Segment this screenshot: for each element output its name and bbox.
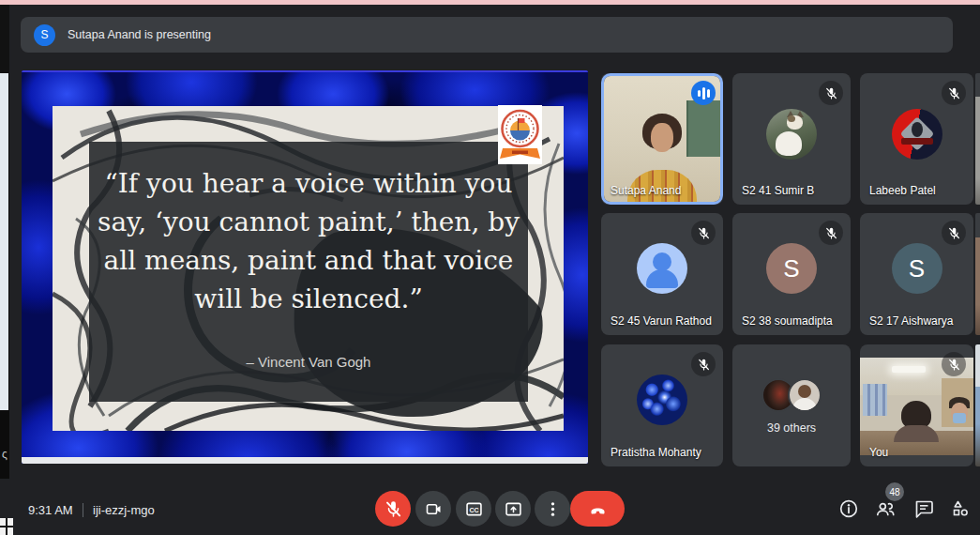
avatar-person-icon	[637, 243, 687, 294]
desktop-stray-glyph: ς	[2, 448, 8, 461]
chat-button[interactable]	[912, 497, 935, 520]
avatar-cat-photo	[766, 109, 817, 160]
participant-name: S2 38 soumadipta	[742, 314, 833, 328]
svg-text:CC: CC	[469, 506, 478, 512]
activities-icon	[949, 497, 972, 520]
participant-tile-sutapa-anand[interactable]: Sutapa Anand	[601, 73, 723, 205]
overflow-tile-others[interactable]: 39 others	[732, 344, 851, 466]
avatar-letter: S	[766, 243, 817, 294]
present-icon	[504, 499, 523, 519]
presenting-toast: S Sutapa Anand is presenting	[21, 17, 953, 53]
participant-name: Pratistha Mohanty	[611, 446, 701, 459]
divider	[83, 503, 83, 517]
mic-off-icon	[942, 221, 966, 245]
mic-off-icon	[819, 81, 843, 105]
window	[863, 384, 887, 416]
info-button[interactable]	[837, 497, 860, 520]
participant-name: S2 45 Varun Rathod	[611, 314, 712, 328]
face-mask	[953, 413, 966, 423]
captions-icon: CC	[464, 499, 484, 519]
slide-border-line	[22, 70, 588, 72]
presenting-message: Sutapa Anand is presenting	[68, 28, 211, 41]
mic-off-icon	[691, 352, 716, 376]
camera-toggle-button[interactable]	[415, 491, 451, 527]
desktop-top-strip	[0, 0, 980, 5]
participant-name: Labeeb Patel	[869, 184, 936, 197]
avatar	[788, 378, 822, 412]
avatar-letter: S	[892, 243, 942, 294]
background-window-sliver	[0, 73, 9, 410]
quote-attribution: – Vincent Van Gogh	[89, 354, 528, 370]
mic-off-icon	[942, 352, 966, 376]
participant-name: S2 17 Aishwarya	[869, 314, 953, 328]
mic-off-icon	[384, 499, 403, 519]
cutoff-tile-sliver	[975, 344, 980, 466]
participant-tile-sumir[interactable]: S2 41 Sumir B	[732, 73, 851, 205]
quote-line: all means, paint and that voice	[89, 241, 528, 280]
end-call-icon	[588, 499, 608, 519]
person-face	[651, 123, 673, 152]
chat-icon	[912, 497, 935, 520]
captions-button[interactable]: CC	[456, 491, 491, 527]
ceiling-light	[892, 366, 926, 373]
college-emblem-logo	[498, 105, 542, 164]
mic-off-icon	[691, 221, 716, 245]
participant-tile-labeeb[interactable]: Labeeb Patel	[860, 73, 973, 205]
quote-line: “If you hear a voice within you	[89, 164, 528, 203]
green-board	[686, 100, 720, 157]
participant-name: Sutapa Anand	[611, 184, 681, 197]
clock-time: 9:31 AM	[28, 503, 73, 517]
activities-button[interactable]	[949, 497, 972, 520]
others-count-label: 39 others	[732, 421, 851, 435]
participant-tile-pratistha[interactable]: Pratistha Mohanty	[601, 344, 723, 466]
participant-tile-you[interactable]: You	[860, 344, 973, 466]
quote-panel: “If you hear a voice within you say, ‘yo…	[89, 142, 528, 402]
mic-off-icon	[942, 81, 966, 105]
audio-speaking-icon	[691, 81, 716, 105]
meeting-code: iji-ezzj-mgo	[93, 503, 155, 517]
participant-tile-aishwarya[interactable]: S S2 17 Aishwarya	[860, 213, 973, 335]
mic-off-icon	[819, 221, 843, 245]
emblem-graphic	[498, 105, 542, 164]
presenter-avatar: S	[34, 24, 55, 46]
slide-bottom-strip	[22, 457, 588, 464]
cutoff-tile-sliver	[975, 213, 980, 335]
avatar-gems-photo	[637, 374, 687, 425]
participant-name: You	[869, 446, 888, 459]
mic-toggle-button[interactable]	[375, 491, 411, 527]
present-button[interactable]	[495, 491, 531, 527]
participant-tile-varun[interactable]: S2 45 Varun Rathod	[601, 213, 723, 335]
end-call-button[interactable]	[570, 491, 625, 527]
windows-start-icon[interactable]	[0, 518, 13, 535]
info-icon	[837, 497, 860, 520]
avatar-gaming-logo	[892, 109, 942, 160]
others-avatars	[761, 378, 822, 412]
more-options-icon	[543, 499, 563, 519]
quote-line: will be silenced.”	[89, 280, 528, 318]
participant-count-badge: 48	[885, 482, 904, 501]
participant-name: S2 41 Sumir B	[742, 184, 814, 197]
cutoff-tile-sliver	[975, 73, 980, 205]
camera-icon	[424, 499, 444, 519]
more-options-button[interactable]	[535, 491, 570, 527]
desktop-left-strip-top	[0, 5, 9, 73]
participant-tile-soumadipta[interactable]: S S2 38 soumadipta	[732, 213, 851, 335]
quote-line: say, ‘you cannot paint,’ then, by	[89, 203, 528, 241]
presentation-stage[interactable]: “If you hear a voice within you say, ‘yo…	[22, 70, 588, 464]
